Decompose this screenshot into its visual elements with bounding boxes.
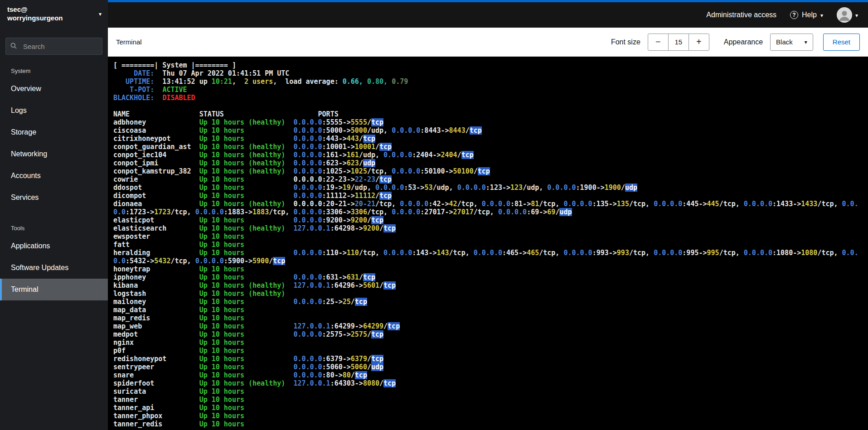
terminal-line: elasticpot Up 10 hours 0.0.0.0:9200->920…	[113, 216, 868, 224]
terminal-line: tanner_phpox Up 10 hours	[113, 412, 868, 420]
terminal-line: map_redis Up 10 hours	[113, 314, 868, 322]
app-root: tsec@ worryingsurgeon SystemOverviewLogs…	[0, 0, 868, 430]
search-icon	[10, 42, 17, 51]
terminal-line: elasticsearch Up 10 hours (healthy) 127.…	[113, 224, 868, 232]
terminal-line: BLACKHOLE: DISABLED	[113, 94, 868, 102]
terminal-line: conpot_kamstrup_382 Up 10 hours (healthy…	[113, 167, 868, 175]
terminal-line: ciscoasa Up 10 hours 0.0.0.0:5000->5000/…	[113, 126, 868, 135]
terminal-line: spiderfoot Up 10 hours (healthy) 127.0.0…	[113, 379, 868, 387]
appearance-select[interactable]: Black	[770, 34, 813, 51]
sidebar-item-services[interactable]: Services	[0, 187, 108, 208]
terminal-line: medpot Up 10 hours 0.0.0.0:2575->2575/tc…	[113, 330, 868, 338]
toolbar-controls: Font size − 15 + Appearance Black Reset	[611, 34, 860, 51]
terminal-line: tanner_api Up 10 hours	[113, 404, 868, 412]
terminal-line: T-POT: ACTIVE	[113, 86, 868, 94]
search-input[interactable]	[5, 38, 102, 55]
terminal-line: DATE: Thu 07 Apr 2022 01:41:51 PM UTC	[113, 69, 868, 77]
terminal-line: map_web Up 10 hours 127.0.0.1:64299->642…	[113, 322, 868, 330]
sidebar-nav: SystemOverviewLogsStorageNetworkingAccou…	[0, 60, 108, 430]
sidebar-item-terminal[interactable]: Terminal	[0, 279, 108, 300]
host-name: worryingsurgeon	[7, 14, 101, 22]
terminal-line: map_data Up 10 hours	[113, 306, 868, 314]
terminal-line: 0.0:1723->1723/tcp, 0.0.0.0:1883->1883/t…	[113, 208, 868, 216]
terminal-line	[113, 102, 868, 110]
terminal-line: conpot_ipmi Up 10 hours (healthy) 0.0.0.…	[113, 159, 868, 167]
terminal-line: kibana Up 10 hours (healthy) 127.0.0.1:6…	[113, 281, 868, 290]
terminal-line: fatt Up 10 hours	[113, 241, 868, 249]
terminal-line: honeytrap Up 10 hours	[113, 265, 868, 273]
sidebar-item-logs[interactable]: Logs	[0, 100, 108, 121]
host-user: tsec@	[7, 5, 101, 14]
font-size-label: Font size	[611, 38, 640, 46]
terminal-line: cowrie Up 10 hours 0.0.0.0:22-23->22-23/…	[113, 175, 868, 184]
sidebar: tsec@ worryingsurgeon SystemOverviewLogs…	[0, 0, 108, 430]
masthead: Administrative access Help	[108, 2, 868, 28]
page-title: Terminal	[116, 38, 142, 46]
host-switcher[interactable]: tsec@ worryingsurgeon	[0, 0, 108, 28]
terminal-line: ddospot Up 10 hours 0.0.0.0:19->19/udp, …	[113, 184, 868, 192]
font-size-increase-button[interactable]: +	[689, 34, 709, 51]
terminal-line: mailoney Up 10 hours 0.0.0.0:25->25/tcp	[113, 298, 868, 306]
terminal-line: nginx Up 10 hours	[113, 338, 868, 347]
terminal-line: suricata Up 10 hours	[113, 387, 868, 396]
terminal-line: conpot_guardian_ast Up 10 hours (healthy…	[113, 143, 868, 151]
terminal-line: ewsposter Up 10 hours	[113, 232, 868, 241]
nav-section-title: Tools	[0, 217, 108, 235]
terminal-toolbar: Terminal Font size − 15 + Appearance Bla…	[108, 28, 868, 57]
sidebar-item-overview[interactable]: Overview	[0, 78, 108, 100]
sidebar-item-accounts[interactable]: Accounts	[0, 165, 108, 187]
terminal-line: citrixhoneypot Up 10 hours 0.0.0.0:443->…	[113, 135, 868, 143]
terminal-line: redishoneypot Up 10 hours 0.0.0.0:6379->…	[113, 355, 868, 363]
main-column: Administrative access Help Terminal	[108, 0, 868, 430]
chevron-down-icon	[820, 11, 823, 19]
terminal-line: sentrypeer Up 10 hours 0.0.0.0:5060->506…	[113, 363, 868, 371]
terminal-line: p0f Up 10 hours	[113, 347, 868, 355]
reset-button[interactable]: Reset	[823, 34, 860, 51]
administrative-access-button[interactable]: Administrative access	[706, 11, 776, 19]
help-menu[interactable]: Help	[790, 11, 823, 19]
terminal-line: UPTIME: 13:41:52 up 10:21, 2 users, load…	[113, 77, 868, 86]
terminal-line: tanner_redis Up 10 hours	[113, 420, 868, 428]
terminal-line: adbhoney Up 10 hours (healthy) 0.0.0.0:5…	[113, 118, 868, 126]
sidebar-item-storage[interactable]: Storage	[0, 121, 108, 143]
sidebar-item-networking[interactable]: Networking	[0, 143, 108, 165]
chevron-down-icon	[855, 11, 858, 19]
appearance-label: Appearance	[724, 38, 763, 46]
font-size-stepper: − 15 +	[648, 34, 709, 51]
sidebar-item-applications[interactable]: Applications	[0, 235, 108, 257]
user-avatar-icon	[837, 7, 852, 23]
user-menu[interactable]	[837, 7, 858, 23]
terminal-line: NAME STATUS PORTS	[113, 110, 868, 118]
terminal-line: heralding Up 10 hours 0.0.0.0:110->110/t…	[113, 249, 868, 257]
terminal-line: [ ========| System |======== ]	[113, 61, 868, 69]
terminal-line: logstash Up 10 hours (healthy)	[113, 290, 868, 298]
nav-section-title: System	[0, 60, 108, 78]
terminal-line: dionaea Up 10 hours (healthy) 0.0.0.0:20…	[113, 200, 868, 208]
font-size-decrease-button[interactable]: −	[648, 34, 669, 51]
terminal-line: dicompot Up 10 hours 0.0.0.0:11112->1111…	[113, 192, 868, 200]
terminal-line: conpot_iec104 Up 10 hours (healthy) 0.0.…	[113, 151, 868, 159]
terminal-line: tanner Up 10 hours	[113, 396, 868, 404]
help-label: Help	[802, 11, 817, 19]
terminal-line: snare Up 10 hours 0.0.0.0:80->80/tcp	[113, 371, 868, 379]
sidebar-search	[0, 28, 108, 58]
appearance-selected-value: Black	[776, 38, 793, 46]
terminal-screen[interactable]: [ ========| System |======== ] DATE: Thu…	[108, 57, 868, 430]
terminal-line: 0.0:5432->5432/tcp, 0.0.0.0:5900->5900/t…	[113, 257, 868, 265]
font-size-value[interactable]: 15	[669, 34, 689, 51]
question-circle-icon	[790, 11, 798, 19]
sidebar-item-software-updates[interactable]: Software Updates	[0, 257, 108, 279]
terminal-line: ipphoney Up 10 hours 0.0.0.0:631->631/tc…	[113, 273, 868, 281]
chevron-down-icon	[99, 10, 102, 18]
